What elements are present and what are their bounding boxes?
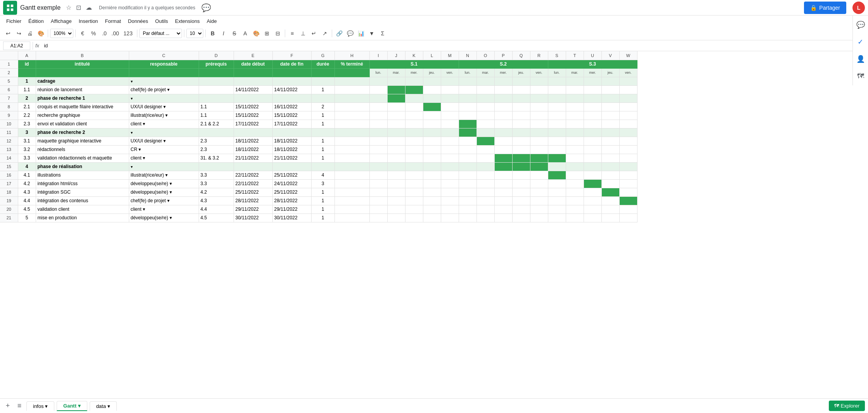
tab-data[interactable]: data ▾: [90, 401, 117, 411]
filter-button[interactable]: ▼: [367, 28, 377, 38]
gantt-day-2: mer.: [405, 68, 423, 77]
link-button[interactable]: 🔗: [334, 28, 344, 38]
cell-3-C[interactable]: ▾: [129, 77, 199, 85]
menu-donnees[interactable]: Données: [125, 17, 151, 25]
font-select[interactable]: Par défaut ...: [139, 29, 182, 38]
menu-outils[interactable]: Outils: [152, 17, 171, 25]
explorer-button[interactable]: 🗺 Explorer: [829, 401, 865, 411]
menu-format[interactable]: Format: [102, 17, 124, 25]
cell-11-B: rédactionnels: [36, 145, 129, 154]
tab-infos[interactable]: infos ▾: [26, 401, 54, 411]
cell-13-C[interactable]: ▾: [129, 162, 199, 171]
menu-fichier[interactable]: Fichier: [3, 17, 24, 25]
redo-button[interactable]: ↪: [14, 28, 24, 38]
format123-button[interactable]: 123: [121, 28, 135, 38]
cell-6-C[interactable]: UX/UI designer ▾: [129, 102, 199, 111]
zoom-select[interactable]: 100%: [50, 29, 73, 38]
sheet-scroll-area[interactable]: ABCDEFGHIJKLMNOPQRSTUVW1idintitulérespon…: [0, 51, 868, 399]
gantt-cell-11-0: [369, 145, 387, 154]
cell-19-C[interactable]: développeu(se/re) ▾: [129, 213, 199, 222]
gantt-cell-18-1: [387, 205, 405, 213]
cell-15-C[interactable]: développeu(se/re) ▾: [129, 179, 199, 188]
gantt-cell-18-14: [619, 205, 637, 213]
header-cell-G: durée: [311, 60, 334, 68]
cell-7-C[interactable]: illustrat(rice/eur) ▾: [129, 111, 199, 120]
row2-cell-F: [272, 68, 311, 77]
percent-button[interactable]: %: [88, 28, 99, 38]
undo-button[interactable]: ↩: [3, 28, 13, 38]
menu-edition[interactable]: Édition: [25, 17, 47, 25]
cell-7-B: recherche graphique: [36, 111, 129, 120]
document-title[interactable]: Gantt exemple: [20, 4, 61, 11]
header-cell-A: id: [18, 60, 36, 68]
merge-button[interactable]: ⊟: [273, 28, 283, 38]
valign-button[interactable]: ⊥: [298, 28, 308, 38]
gantt-cell-14-6: [476, 171, 494, 179]
italic-button[interactable]: I: [218, 28, 229, 38]
cell-11-C[interactable]: CR ▾: [129, 145, 199, 154]
star-icon[interactable]: ☆: [66, 4, 71, 11]
cell-18-C[interactable]: client ▾: [129, 205, 199, 213]
gantt-cell-19-8: [512, 213, 530, 222]
cell-17-C[interactable]: chef(fe) de projet ▾: [129, 196, 199, 205]
gantt-cell-14-4: [441, 171, 459, 179]
folder-icon[interactable]: ⊡: [76, 4, 81, 11]
gantt-cell-7-12: [584, 111, 601, 120]
gantt-cell-18-3: [423, 205, 441, 213]
gantt-cell-10-2: [405, 137, 423, 145]
font-size-select[interactable]: 10: [186, 29, 203, 38]
cell-14-C[interactable]: illustrat(rice/eur) ▾: [129, 171, 199, 179]
tab-gantt[interactable]: Gantt ▾: [57, 401, 87, 411]
cell-12-C[interactable]: client ▾: [129, 154, 199, 162]
cell-8-C[interactable]: client ▾: [129, 120, 199, 128]
paint-format-button[interactable]: 🎨: [36, 28, 46, 38]
gantt-cell-3-8: [512, 77, 530, 85]
rotate-button[interactable]: ↗: [320, 28, 330, 38]
comment-button[interactable]: 💬: [345, 28, 355, 38]
strikethrough-button[interactable]: S: [229, 28, 239, 38]
check-icon[interactable]: ✓: [854, 36, 867, 48]
menu-aide[interactable]: Aide: [204, 17, 220, 25]
dec-zero-button[interactable]: .0: [99, 28, 109, 38]
chart-button[interactable]: 📊: [356, 28, 366, 38]
cell-10-C[interactable]: UX/UI designer ▾: [129, 137, 199, 145]
wrap-button[interactable]: ↵: [309, 28, 319, 38]
cell-4-C[interactable]: chef(fe) de projet ▾: [129, 85, 199, 94]
menu-affichage[interactable]: Affichage: [48, 17, 75, 25]
gantt-cell-9-10: [548, 128, 566, 137]
sum-button[interactable]: Σ: [378, 28, 388, 38]
print-button[interactable]: 🖨: [25, 28, 35, 38]
cell-reference-input[interactable]: [3, 42, 30, 50]
col-header-U: U: [584, 51, 601, 60]
cell-15-D: 3.3: [199, 179, 234, 188]
sheets-menu-button[interactable]: ≡: [15, 401, 24, 411]
cell-3-B: cadrage: [36, 77, 129, 85]
gantt-cell-14-13: [601, 171, 619, 179]
col-header-V: V: [601, 51, 619, 60]
cell-16-C[interactable]: développeu(se/re) ▾: [129, 188, 199, 196]
comment-icon[interactable]: 💬: [201, 3, 211, 12]
add-sheet-button[interactable]: +: [3, 401, 12, 411]
cloud-icon[interactable]: ☁: [86, 4, 92, 11]
cell-5-C[interactable]: ▾: [129, 94, 199, 102]
cell-6-E: 15/11/2022: [234, 102, 272, 111]
gantt-cell-8-3: [423, 120, 441, 128]
gantt-cell-14-10: [548, 171, 566, 179]
gantt-cell-19-5: [459, 213, 476, 222]
menu-insertion[interactable]: Insertion: [76, 17, 101, 25]
share-button[interactable]: 🔒 Partager: [804, 2, 846, 14]
chat-icon[interactable]: 💬: [854, 19, 867, 31]
map-icon[interactable]: 🗺: [854, 70, 867, 82]
cell-6-D: 1.1: [199, 102, 234, 111]
formula-separator: [33, 42, 33, 50]
person-icon[interactable]: 👤: [854, 53, 867, 65]
cell-9-C[interactable]: ▾: [129, 128, 199, 137]
fill-color-button[interactable]: 🎨: [251, 28, 261, 38]
align-button[interactable]: ≡: [287, 28, 297, 38]
dec-two-button[interactable]: .00: [110, 28, 120, 38]
bold-button[interactable]: B: [208, 28, 218, 38]
menu-extensions[interactable]: Extensions: [172, 17, 203, 25]
currency-button[interactable]: €: [78, 28, 88, 38]
font-color-button[interactable]: A: [240, 28, 250, 38]
borders-button[interactable]: ⊞: [262, 28, 272, 38]
